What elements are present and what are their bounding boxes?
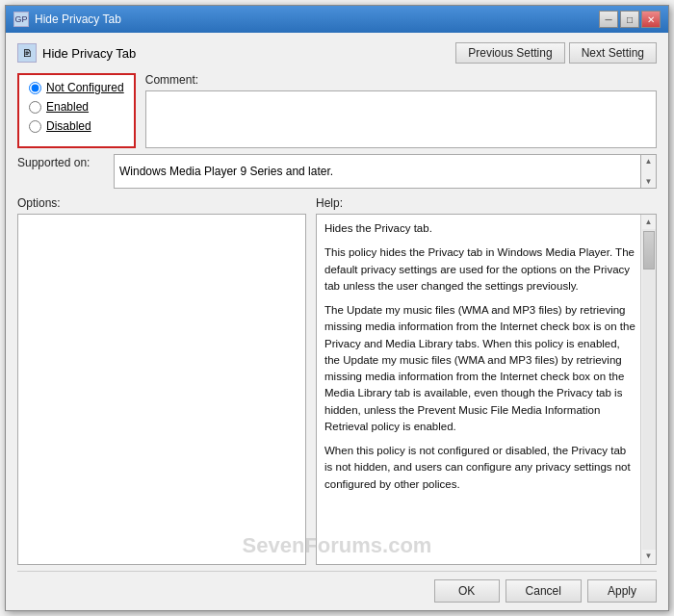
- help-scroll-thumb: [643, 231, 655, 270]
- comment-section: Comment:: [145, 73, 657, 148]
- top-section: Not Configured Enabled Disabled Comment:: [17, 73, 657, 148]
- radio-enabled-label: Enabled: [46, 100, 89, 114]
- help-scroll-down-icon[interactable]: ▼: [644, 550, 654, 563]
- cancel-button[interactable]: Cancel: [506, 579, 582, 603]
- radio-group-box: Not Configured Enabled Disabled: [17, 73, 136, 148]
- main-window: GP Hide Privacy Tab ─ □ ✕ 🖹 Hide Privacy…: [5, 5, 669, 611]
- close-button[interactable]: ✕: [641, 11, 661, 28]
- supported-scrollbar: ▲ ▼: [640, 155, 656, 188]
- help-scroll-up-icon[interactable]: ▲: [644, 216, 654, 229]
- supported-label: Supported on:: [17, 154, 104, 169]
- minimize-button[interactable]: ─: [599, 11, 618, 28]
- prev-setting-button[interactable]: Previous Setting: [455, 42, 564, 64]
- radio-disabled-label: Disabled: [46, 119, 91, 133]
- options-label: Options:: [17, 196, 306, 210]
- title-bar-left: GP Hide Privacy Tab: [13, 12, 121, 27]
- comment-textarea[interactable]: [145, 90, 657, 148]
- comment-label: Comment:: [145, 73, 657, 87]
- supported-text-box: Windows Media Player 9 Series and later.…: [114, 154, 657, 189]
- header-title: 🖹 Hide Privacy Tab: [17, 43, 136, 63]
- help-column: Help: Hides the Privacy tab. This policy…: [316, 196, 657, 565]
- footer-row: OK Cancel Apply: [17, 571, 657, 603]
- nav-buttons: Previous Setting Next Setting: [455, 42, 657, 64]
- window-title: Hide Privacy Tab: [35, 13, 121, 26]
- radio-not-configured[interactable]: Not Configured: [29, 81, 124, 94]
- title-buttons: ─ □ ✕: [599, 11, 661, 28]
- help-scroll-track: [642, 229, 656, 550]
- help-para-4: When this policy is not configured or di…: [324, 443, 636, 493]
- help-para-1: Hides the Privacy tab.: [324, 220, 636, 237]
- radio-not-configured-label: Not Configured: [46, 81, 124, 94]
- header-row: 🖹 Hide Privacy Tab Previous Setting Next…: [17, 42, 657, 64]
- radio-enabled[interactable]: Enabled: [29, 100, 124, 114]
- maximize-button[interactable]: □: [620, 11, 639, 28]
- help-para-2: This policy hides the Privacy tab in Win…: [324, 244, 636, 295]
- next-setting-button[interactable]: Next Setting: [569, 42, 657, 64]
- policy-icon: 🖹: [17, 43, 37, 63]
- radio-disabled-input[interactable]: [29, 120, 41, 133]
- radio-disabled[interactable]: Disabled: [29, 119, 124, 133]
- header-title-text: Hide Privacy Tab: [42, 46, 136, 61]
- help-label: Help:: [316, 196, 657, 210]
- help-scrollbar: ▲ ▼: [640, 215, 656, 564]
- window-icon: GP: [13, 12, 29, 27]
- title-bar: GP Hide Privacy Tab ─ □ ✕: [6, 6, 668, 33]
- bottom-section: Options: Help: Hides the Privacy tab. Th…: [17, 196, 657, 565]
- radio-not-configured-input[interactable]: [29, 82, 41, 94]
- window-body: 🖹 Hide Privacy Tab Previous Setting Next…: [6, 33, 668, 610]
- help-para-3: The Update my music files (WMA and MP3 f…: [324, 302, 636, 435]
- supported-row: Supported on: Windows Media Player 9 Ser…: [17, 154, 657, 189]
- radio-enabled-input[interactable]: [29, 101, 41, 114]
- supported-value: Windows Media Player 9 Series and later.: [119, 165, 333, 178]
- scroll-up-icon[interactable]: ▲: [644, 156, 654, 167]
- help-box: Hides the Privacy tab. This policy hides…: [316, 214, 657, 565]
- ok-button[interactable]: OK: [434, 579, 500, 603]
- options-box: [17, 214, 306, 565]
- apply-button[interactable]: Apply: [587, 579, 657, 603]
- options-column: Options:: [17, 196, 306, 565]
- scroll-down-icon[interactable]: ▼: [644, 176, 654, 187]
